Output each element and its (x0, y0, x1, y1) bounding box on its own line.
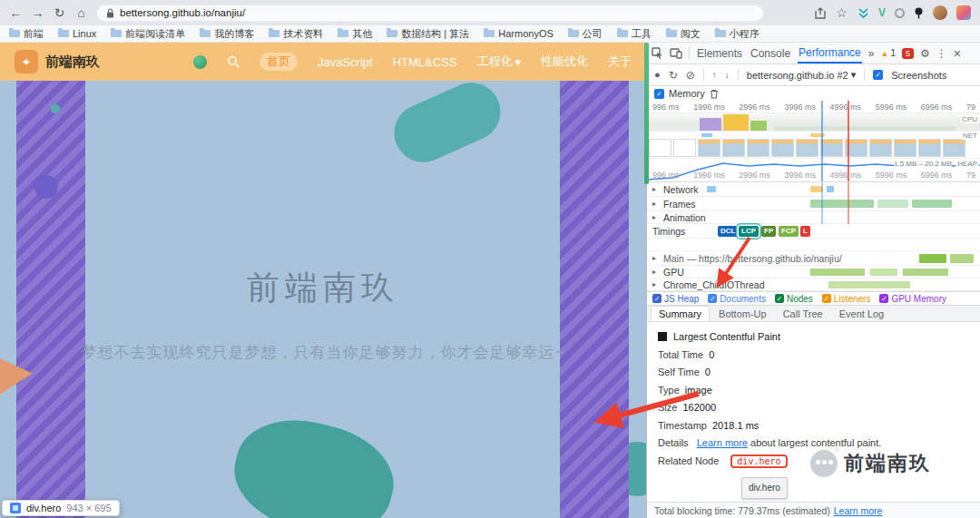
tab-summary[interactable]: Summary (651, 306, 710, 321)
nav-item-javascript[interactable]: JavaScript (318, 55, 373, 69)
tab-bottom-up[interactable]: Bottom-Up (711, 306, 774, 321)
collapse-icon[interactable]: ▸ (652, 185, 660, 193)
legend-listeners[interactable]: ✓Listeners (822, 294, 871, 304)
errors-badge[interactable]: 5 (902, 48, 914, 59)
device-toolbar-icon[interactable] (670, 48, 682, 59)
lock-icon (106, 8, 114, 18)
legend-js-heap[interactable]: ✓JS Heap (652, 294, 699, 304)
nav-item-home[interactable]: 首页 (260, 53, 298, 71)
nav-item-performance[interactable]: 性能优化 (541, 54, 588, 70)
bookmark-item[interactable]: 我的博客 (200, 27, 254, 41)
track-gpu[interactable]: ▸ GPU (647, 266, 980, 279)
track-network[interactable]: ▸ Network (647, 182, 980, 197)
tab-call-tree[interactable]: Call Tree (776, 306, 830, 321)
element-inspect-tooltip: div.hero 943 × 695 (2, 500, 120, 516)
search-icon[interactable] (227, 55, 240, 68)
collapse-icon[interactable]: ▸ (652, 213, 660, 221)
bookmark-item[interactable]: 数据结构 | 算法 (387, 27, 469, 41)
bookmark-item[interactable]: 前端阅读清单 (111, 27, 185, 41)
legend-nodes[interactable]: ✓Nodes (775, 294, 813, 304)
folder-icon (568, 30, 579, 37)
clear-icon[interactable]: ⊘ (686, 70, 695, 81)
trash-icon[interactable] (710, 89, 719, 99)
extension-ring-icon[interactable] (895, 8, 905, 18)
profile-avatar[interactable] (933, 5, 947, 20)
reload-profile-icon[interactable]: ↻ (669, 70, 678, 81)
reload-icon[interactable]: ↻ (53, 6, 66, 19)
badge-fp[interactable]: FP (761, 226, 776, 237)
collapse-icon[interactable]: ▸ (652, 268, 660, 276)
badge-lcp[interactable]: LCP (739, 226, 759, 237)
divider (689, 47, 690, 59)
bookmark-item[interactable]: 小程序 (715, 27, 760, 41)
folder-icon (269, 30, 279, 37)
legend-documents[interactable]: ✓Documents (708, 294, 766, 304)
profile-avatar-alt[interactable] (956, 5, 971, 20)
nav-item-about[interactable]: 关于 (608, 54, 632, 70)
forward-icon[interactable]: → (31, 6, 44, 19)
collapse-icon[interactable]: ▸ (652, 200, 660, 208)
track-timings[interactable]: Timings DCL LCP FP FCP L (647, 224, 980, 239)
more-tabs-icon[interactable]: » (868, 48, 875, 59)
legend-gpu-memory[interactable]: ✓GPU Memory (879, 294, 946, 304)
memory-checkbox[interactable]: ✓ (654, 89, 664, 99)
track-list: ▸ Network ▸ Frames ▸ Animation Timings D… (647, 182, 980, 291)
home-icon[interactable]: ⌂ (74, 6, 88, 19)
bookmark-item[interactable]: 其他 (338, 27, 372, 41)
share-icon[interactable] (815, 7, 826, 19)
summary-title: Largest Contentful Paint (658, 328, 970, 347)
bookmark-item[interactable]: 工具 (617, 27, 652, 41)
badge-fcp[interactable]: FCP (779, 226, 799, 237)
performance-overview[interactable]: 996 ms1996 ms2996 ms3996 ms4996 ms5996 m… (647, 101, 980, 182)
bookmark-item[interactable]: 技术资料 (269, 27, 323, 41)
address-bar[interactable]: bettersong.github.io/nanjiu/ (96, 5, 764, 22)
tab-elements[interactable]: Elements (696, 44, 743, 63)
back-icon[interactable]: ← (9, 6, 23, 19)
vue-devtools-icon[interactable]: V (878, 6, 886, 19)
kebab-menu-icon[interactable]: ⋮ (936, 48, 947, 59)
track-frames[interactable]: ▸ Frames (647, 197, 980, 211)
badge-l[interactable]: L (800, 226, 810, 237)
pin-extension-icon[interactable] (914, 7, 924, 19)
bookmark-star-icon[interactable]: ☆ (835, 6, 848, 19)
learn-more-link[interactable]: Learn more (697, 437, 748, 448)
site-logo-icon[interactable]: ✦ (15, 50, 38, 73)
legend-swatch (658, 332, 667, 341)
screenshot-filmstrip[interactable] (647, 138, 980, 158)
target-select[interactable]: bettersong.github.io #2▾ (747, 69, 856, 81)
collapse-icon[interactable]: ▸ (652, 254, 660, 262)
bookmark-item[interactable]: HarmonyOS (484, 28, 554, 39)
track-animation[interactable]: ▸ Animation (647, 211, 980, 224)
site-logo-text[interactable]: 前端南玖 (45, 54, 100, 71)
warnings-badge[interactable]: ▲1 (880, 48, 895, 58)
summary-row: Typeimage (658, 382, 970, 400)
badge-dcl[interactable]: DCL (718, 226, 738, 237)
load-profile-icon[interactable]: ↑ (712, 71, 717, 80)
save-profile-icon[interactable]: ↓ (725, 71, 730, 80)
collapse-chevrons-icon[interactable] (858, 8, 869, 18)
collapse-icon[interactable]: ▸ (652, 280, 660, 288)
track-io-thread[interactable]: ▸ Chrome_ChildIOThread (647, 279, 980, 291)
tab-event-log[interactable]: Event Log (832, 306, 892, 321)
page-scrollbar[interactable] (644, 43, 649, 184)
screenshots-checkbox[interactable]: ✓ (873, 70, 883, 80)
memory-label: Memory (669, 88, 705, 99)
close-devtools-icon[interactable]: × (954, 47, 961, 60)
bookmark-item[interactable]: 公司 (568, 27, 603, 41)
nav-item-engineering[interactable]: 工程化▾ (476, 54, 521, 70)
decor-circle (34, 175, 58, 199)
inspect-icon[interactable] (652, 47, 663, 59)
tab-performance[interactable]: Performance (798, 44, 862, 64)
related-node-link[interactable]: div.hero (730, 454, 787, 468)
bookmark-item[interactable]: 阅文 (666, 27, 701, 41)
tab-console[interactable]: Console (750, 44, 791, 63)
record-icon[interactable]: ● (654, 70, 661, 80)
track-main[interactable]: ▸ Main — https://bettersong.github.io/na… (647, 251, 980, 266)
bookmark-item[interactable]: Linux (58, 28, 96, 39)
bookmark-item[interactable]: 前端 (9, 27, 44, 41)
theme-toggle-icon[interactable] (193, 55, 207, 69)
bookmarks-bar: 前端 Linux 前端阅读清单 我的博客 技术资料 其他 数据结构 | 算法 H… (0, 25, 980, 43)
status-learn-more-link[interactable]: Learn more (834, 505, 883, 516)
settings-gear-icon[interactable]: ⚙ (920, 48, 930, 59)
nav-item-htmlcss[interactable]: HTML&CSS (393, 55, 457, 69)
